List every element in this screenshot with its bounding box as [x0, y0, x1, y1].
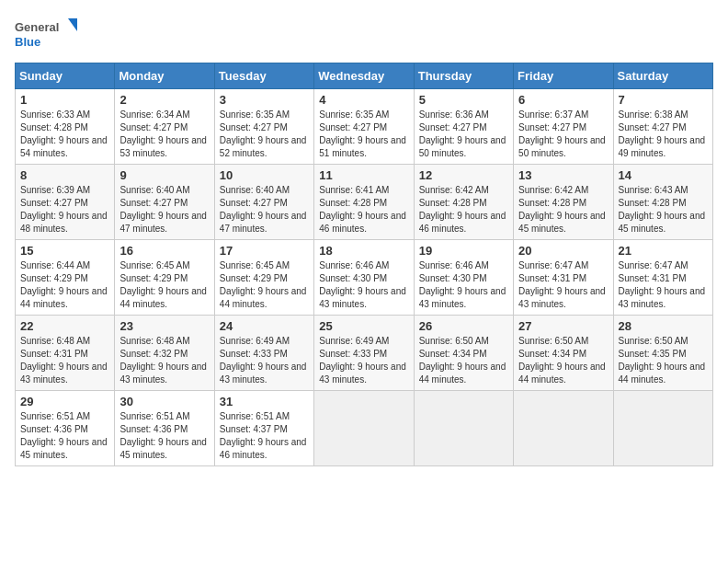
- calendar-cell: 3Sunrise: 6:35 AMSunset: 4:27 PMDaylight…: [214, 89, 313, 165]
- cell-info: Sunrise: 6:50 AMSunset: 4:35 PMDaylight:…: [619, 336, 706, 385]
- cell-info: Sunrise: 6:35 AMSunset: 4:27 PMDaylight:…: [319, 109, 406, 158]
- calendar-cell: [414, 391, 513, 466]
- cell-info: Sunrise: 6:48 AMSunset: 4:32 PMDaylight:…: [119, 336, 207, 385]
- calendar-cell: 18Sunrise: 6:46 AMSunset: 4:30 PMDayligh…: [314, 240, 414, 316]
- calendar-table: SundayMondayTuesdayWednesdayThursdayFrid…: [15, 63, 713, 466]
- day-number: 30: [119, 395, 209, 408]
- calendar-cell: 28Sunrise: 6:50 AMSunset: 4:35 PMDayligh…: [613, 316, 712, 391]
- weekday-header-friday: Friday: [514, 63, 613, 89]
- day-number: 2: [119, 93, 209, 107]
- calendar-week-2: 8Sunrise: 6:39 AMSunset: 4:27 PMDaylight…: [16, 165, 713, 240]
- weekday-header-saturday: Saturday: [613, 63, 712, 89]
- calendar-cell: 7Sunrise: 6:38 AMSunset: 4:27 PMDaylight…: [613, 89, 712, 165]
- cell-info: Sunrise: 6:51 AMSunset: 4:36 PMDaylight:…: [119, 411, 207, 460]
- day-number: 12: [419, 168, 508, 182]
- cell-info: Sunrise: 6:33 AMSunset: 4:28 PMDaylight:…: [20, 109, 108, 158]
- calendar-week-4: 22Sunrise: 6:48 AMSunset: 4:31 PMDayligh…: [16, 316, 713, 391]
- calendar-cell: 2Sunrise: 6:34 AMSunset: 4:27 PMDaylight…: [115, 89, 214, 165]
- day-number: 29: [20, 395, 109, 408]
- cell-info: Sunrise: 6:47 AMSunset: 4:31 PMDaylight:…: [619, 260, 706, 309]
- cell-info: Sunrise: 6:50 AMSunset: 4:34 PMDaylight:…: [518, 336, 606, 385]
- day-number: 23: [119, 319, 209, 333]
- calendar-cell: 27Sunrise: 6:50 AMSunset: 4:34 PMDayligh…: [514, 316, 613, 391]
- cell-info: Sunrise: 6:40 AMSunset: 4:27 PMDaylight:…: [220, 185, 307, 234]
- cell-info: Sunrise: 6:39 AMSunset: 4:27 PMDaylight:…: [20, 185, 108, 234]
- calendar-cell: [613, 391, 712, 466]
- calendar-cell: 22Sunrise: 6:48 AMSunset: 4:31 PMDayligh…: [16, 316, 115, 391]
- day-number: 16: [119, 244, 209, 258]
- cell-info: Sunrise: 6:51 AMSunset: 4:37 PMDaylight:…: [220, 411, 307, 460]
- day-number: 6: [518, 93, 608, 107]
- cell-info: Sunrise: 6:44 AMSunset: 4:29 PMDaylight:…: [20, 260, 108, 309]
- cell-info: Sunrise: 6:49 AMSunset: 4:33 PMDaylight:…: [319, 336, 406, 385]
- calendar-cell: 9Sunrise: 6:40 AMSunset: 4:27 PMDaylight…: [115, 165, 214, 240]
- day-number: 9: [119, 168, 209, 182]
- calendar-cell: 11Sunrise: 6:41 AMSunset: 4:28 PMDayligh…: [314, 165, 414, 240]
- cell-info: Sunrise: 6:35 AMSunset: 4:27 PMDaylight:…: [220, 109, 307, 158]
- day-number: 31: [220, 395, 309, 408]
- calendar-week-1: 1Sunrise: 6:33 AMSunset: 4:28 PMDaylight…: [16, 89, 713, 165]
- cell-info: Sunrise: 6:47 AMSunset: 4:31 PMDaylight:…: [518, 260, 606, 309]
- cell-info: Sunrise: 6:37 AMSunset: 4:27 PMDaylight:…: [518, 109, 606, 158]
- logo: General Blue: [15, 15, 79, 52]
- day-number: 10: [220, 168, 309, 182]
- day-number: 22: [20, 319, 109, 333]
- day-number: 7: [619, 93, 708, 107]
- calendar-cell: 23Sunrise: 6:48 AMSunset: 4:32 PMDayligh…: [115, 316, 214, 391]
- day-number: 13: [518, 168, 608, 182]
- cell-info: Sunrise: 6:49 AMSunset: 4:33 PMDaylight:…: [220, 336, 307, 385]
- calendar-cell: 17Sunrise: 6:45 AMSunset: 4:29 PMDayligh…: [214, 240, 313, 316]
- calendar-cell: 26Sunrise: 6:50 AMSunset: 4:34 PMDayligh…: [414, 316, 513, 391]
- cell-info: Sunrise: 6:51 AMSunset: 4:36 PMDaylight:…: [20, 411, 108, 460]
- calendar-cell: 16Sunrise: 6:45 AMSunset: 4:29 PMDayligh…: [115, 240, 214, 316]
- calendar-cell: 24Sunrise: 6:49 AMSunset: 4:33 PMDayligh…: [214, 316, 313, 391]
- day-number: 20: [518, 244, 608, 258]
- day-number: 17: [220, 244, 309, 258]
- day-number: 24: [220, 319, 309, 333]
- svg-text:General: General: [15, 20, 59, 34]
- cell-info: Sunrise: 6:46 AMSunset: 4:30 PMDaylight:…: [419, 260, 506, 309]
- day-number: 28: [619, 319, 708, 333]
- cell-info: Sunrise: 6:34 AMSunset: 4:27 PMDaylight:…: [119, 109, 207, 158]
- weekday-header-thursday: Thursday: [414, 63, 513, 89]
- day-number: 1: [20, 93, 109, 107]
- calendar-cell: 31Sunrise: 6:51 AMSunset: 4:37 PMDayligh…: [214, 391, 313, 466]
- weekday-header-sunday: Sunday: [16, 63, 115, 89]
- calendar-cell: 21Sunrise: 6:47 AMSunset: 4:31 PMDayligh…: [613, 240, 712, 316]
- day-number: 27: [518, 319, 608, 333]
- calendar-week-3: 15Sunrise: 6:44 AMSunset: 4:29 PMDayligh…: [16, 240, 713, 316]
- day-number: 15: [20, 244, 109, 258]
- logo-svg: General Blue: [15, 15, 79, 52]
- weekday-header-tuesday: Tuesday: [214, 63, 313, 89]
- cell-info: Sunrise: 6:45 AMSunset: 4:29 PMDaylight:…: [119, 260, 207, 309]
- cell-info: Sunrise: 6:45 AMSunset: 4:29 PMDaylight:…: [220, 260, 307, 309]
- day-number: 26: [419, 319, 508, 333]
- calendar-cell: 13Sunrise: 6:42 AMSunset: 4:28 PMDayligh…: [514, 165, 613, 240]
- calendar-week-5: 29Sunrise: 6:51 AMSunset: 4:36 PMDayligh…: [16, 391, 713, 466]
- calendar-cell: 5Sunrise: 6:36 AMSunset: 4:27 PMDaylight…: [414, 89, 513, 165]
- weekday-header-monday: Monday: [115, 63, 214, 89]
- calendar-cell: 6Sunrise: 6:37 AMSunset: 4:27 PMDaylight…: [514, 89, 613, 165]
- svg-marker-2: [68, 18, 77, 31]
- calendar-cell: 1Sunrise: 6:33 AMSunset: 4:28 PMDaylight…: [16, 89, 115, 165]
- calendar-cell: 8Sunrise: 6:39 AMSunset: 4:27 PMDaylight…: [16, 165, 115, 240]
- calendar-cell: 10Sunrise: 6:40 AMSunset: 4:27 PMDayligh…: [214, 165, 313, 240]
- calendar-cell: [314, 391, 414, 466]
- cell-info: Sunrise: 6:38 AMSunset: 4:27 PMDaylight:…: [619, 109, 706, 158]
- day-number: 18: [319, 244, 408, 258]
- calendar-cell: 19Sunrise: 6:46 AMSunset: 4:30 PMDayligh…: [414, 240, 513, 316]
- calendar-cell: 25Sunrise: 6:49 AMSunset: 4:33 PMDayligh…: [314, 316, 414, 391]
- weekday-header-wednesday: Wednesday: [314, 63, 414, 89]
- cell-info: Sunrise: 6:50 AMSunset: 4:34 PMDaylight:…: [419, 336, 506, 385]
- day-number: 8: [20, 168, 109, 182]
- cell-info: Sunrise: 6:43 AMSunset: 4:28 PMDaylight:…: [619, 185, 706, 234]
- day-number: 3: [220, 93, 309, 107]
- calendar-cell: 4Sunrise: 6:35 AMSunset: 4:27 PMDaylight…: [314, 89, 414, 165]
- calendar-cell: 29Sunrise: 6:51 AMSunset: 4:36 PMDayligh…: [16, 391, 115, 466]
- cell-info: Sunrise: 6:41 AMSunset: 4:28 PMDaylight:…: [319, 185, 406, 234]
- calendar-cell: 12Sunrise: 6:42 AMSunset: 4:28 PMDayligh…: [414, 165, 513, 240]
- day-number: 4: [319, 93, 408, 107]
- day-number: 14: [619, 168, 708, 182]
- day-number: 19: [419, 244, 508, 258]
- cell-info: Sunrise: 6:40 AMSunset: 4:27 PMDaylight:…: [119, 185, 207, 234]
